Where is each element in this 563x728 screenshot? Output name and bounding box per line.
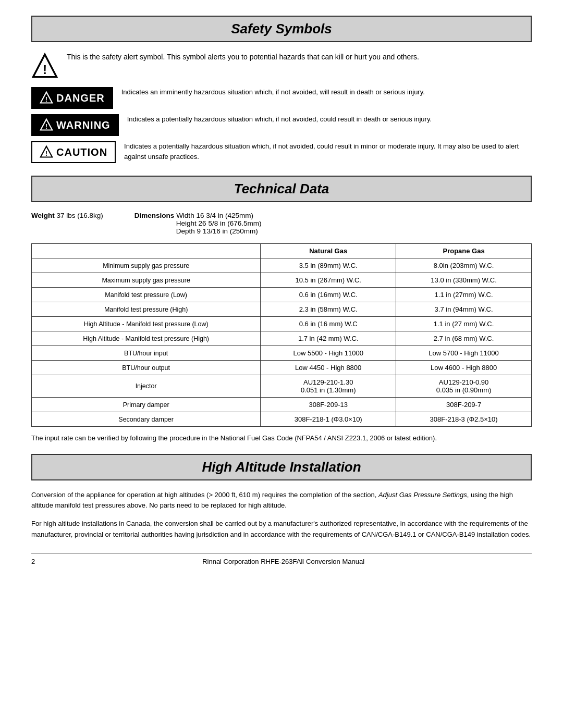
table-cell-propane-gas: 308F-218-3 (Φ2.5×10): [396, 412, 532, 427]
weight-value: 37 lbs (16.8kg): [57, 212, 103, 219]
dim-height-value: 26 5/8 in (676.5mm): [199, 219, 262, 227]
table-cell-label: Secondary damper: [32, 412, 261, 427]
svg-text:!: !: [45, 150, 47, 157]
high-altitude-title: High Altitude Installation: [202, 459, 361, 475]
table-cell-natural-gas: AU129-210-1.300.051 in (1.30mm): [261, 375, 396, 398]
danger-label: DANGER: [56, 92, 105, 104]
warning-triangle-icon: !: [40, 118, 53, 132]
svg-text:!: !: [45, 122, 47, 130]
table-cell-label: Minimum supply gas pressure: [32, 258, 261, 273]
table-cell-propane-gas: 1.1 in (27mm) W.C.: [396, 288, 532, 302]
warning-badge-row: ! WARNING Indicates a potentially hazard…: [31, 114, 532, 136]
safety-alert-text: This is the safety alert symbol. This sy…: [67, 52, 419, 63]
table-cell-natural-gas: Low 5500 - High 11000: [261, 346, 396, 361]
high-altitude-paragraph: Conversion of the appliance for operatio…: [31, 490, 532, 512]
table-cell-label: High Altitude - Manifold test pressure (…: [32, 331, 261, 346]
technical-data-header: Technical Data: [31, 176, 532, 202]
caution-badge-row: ! CAUTION Indicates a potentially hazard…: [31, 141, 532, 163]
table-row: Manifold test pressure (High)2.3 in (58m…: [32, 302, 532, 317]
table-cell-propane-gas: 2.7 in (68 mm) W.C.: [396, 331, 532, 346]
col-label-header: [32, 244, 261, 258]
high-altitude-header: High Altitude Installation: [31, 454, 532, 480]
table-cell-natural-gas: 2.3 in (58mm) W.C.: [261, 302, 396, 317]
technical-data-section: Technical Data Weight 37 lbs (16.8kg) Di…: [31, 176, 532, 443]
table-cell-natural-gas: 0.6 in (16mm) W.C.: [261, 288, 396, 302]
footer-center-text: Rinnai Corporation RHFE-263FAⅡ Conversio…: [202, 558, 364, 565]
table-row: Maximum supply gas pressure10.5 in (267m…: [32, 273, 532, 288]
table-cell-propane-gas: 13.0 in (330mm) W.C.: [396, 273, 532, 288]
danger-badge: ! DANGER: [31, 87, 113, 109]
table-row: Secondary damper308F-218-1 (Φ3.0×10)308F…: [32, 412, 532, 427]
table-cell-natural-gas: 1.7 in (42 mm) W.C.: [261, 331, 396, 346]
table-cell-label: Manifold test pressure (Low): [32, 288, 261, 302]
table-cell-label: High Altitude - Manifold test pressure (…: [32, 317, 261, 331]
table-cell-natural-gas: 3.5 in (89mm) W.C.: [261, 258, 396, 273]
warning-description: Indicates a potentially hazardous situat…: [127, 114, 532, 125]
dimensions-label: Dimensions: [134, 212, 175, 219]
page-number: 2: [31, 558, 35, 565]
dim-width-label: Width: [176, 212, 196, 219]
weight-dimensions-row: Weight 37 lbs (16.8kg) Dimensions Width …: [31, 212, 532, 235]
table-cell-label: Maximum supply gas pressure: [32, 273, 261, 288]
weight-label: Weight: [31, 212, 55, 219]
caution-badge: ! CAUTION: [31, 141, 116, 163]
col-natural-gas-header: Natural Gas: [261, 244, 396, 258]
high-altitude-paragraph: For high altitude installations in Canad…: [31, 519, 532, 540]
caution-triangle-icon: !: [40, 145, 53, 159]
dim-height-label: Height: [176, 219, 199, 227]
table-row: BTU/hour outputLow 4450 - High 8800Low 4…: [32, 361, 532, 375]
table-row: Manifold test pressure (Low)0.6 in (16mm…: [32, 288, 532, 302]
danger-description: Indicates an imminently hazardous situat…: [121, 87, 532, 97]
dim-width-value: 16 3/4 in (425mm): [196, 212, 253, 219]
table-row: BTU/hour inputLow 5500 - High 11000Low 5…: [32, 346, 532, 361]
page-footer: 2 Rinnai Corporation RHFE-263FAⅡ Convers…: [31, 553, 532, 565]
table-cell-label: Manifold test pressure (High): [32, 302, 261, 317]
safety-alert-row: ! This is the safety alert symbol. This …: [31, 52, 532, 80]
technical-data-title: Technical Data: [234, 181, 329, 196]
table-cell-natural-gas: 308F-218-1 (Φ3.0×10): [261, 412, 396, 427]
svg-text:!: !: [45, 95, 47, 103]
table-cell-propane-gas: 1.1 in (27 mm) W.C.: [396, 317, 532, 331]
table-cell-propane-gas: 3.7 in (94mm) W.C.: [396, 302, 532, 317]
table-cell-propane-gas: Low 5700 - High 11000: [396, 346, 532, 361]
dimensions-block: Dimensions Width 16 3/4 in (425mm) Heigh…: [134, 212, 262, 235]
table-cell-propane-gas: 8.0in (203mm) W.C.: [396, 258, 532, 273]
table-cell-label: Injector: [32, 375, 261, 398]
table-cell-natural-gas: 10.5 in (267mm) W.C.: [261, 273, 396, 288]
safety-symbols-title: Safety Symbols: [231, 21, 332, 36]
technical-data-table: Natural Gas Propane Gas Minimum supply g…: [31, 243, 532, 427]
dim-depth-value: 9 13/16 in (250mm): [197, 227, 258, 235]
table-footnote: The input rate can be verified by follow…: [31, 433, 532, 443]
table-row: High Altitude - Manifold test pressure (…: [32, 331, 532, 346]
danger-badge-row: ! DANGER Indicates an imminently hazardo…: [31, 87, 532, 109]
table-cell-label: Primary damper: [32, 398, 261, 412]
high-altitude-paragraphs: Conversion of the appliance for operatio…: [31, 490, 532, 540]
table-cell-natural-gas: Low 4450 - High 8800: [261, 361, 396, 375]
warning-badge: ! WARNING: [31, 114, 119, 136]
table-cell-label: BTU/hour output: [32, 361, 261, 375]
col-propane-gas-header: Propane Gas: [396, 244, 532, 258]
weight-block: Weight 37 lbs (16.8kg): [31, 212, 103, 219]
safety-symbols-header: Safety Symbols: [31, 16, 532, 42]
table-cell-natural-gas: 0.6 in (16 mm) W.C: [261, 317, 396, 331]
table-row: InjectorAU129-210-1.300.051 in (1.30mm)A…: [32, 375, 532, 398]
dim-depth-label: Depth: [176, 227, 197, 235]
danger-triangle-icon: !: [40, 91, 53, 105]
high-altitude-section: High Altitude Installation Conversion of…: [31, 454, 532, 540]
table-row: Minimum supply gas pressure3.5 in (89mm)…: [32, 258, 532, 273]
table-header-row: Natural Gas Propane Gas: [32, 244, 532, 258]
caution-label: CAUTION: [56, 146, 107, 158]
table-cell-propane-gas: 308F-209-7: [396, 398, 532, 412]
svg-text:!: !: [43, 63, 47, 77]
table-cell-propane-gas: AU129-210-0.900.035 in (0.90mm): [396, 375, 532, 398]
safety-symbols-section: Safety Symbols ! This is the safety aler…: [31, 16, 532, 163]
warning-label: WARNING: [56, 119, 111, 131]
table-cell-propane-gas: Low 4600 - High 8800: [396, 361, 532, 375]
table-row: Primary damper308F-209-13308F-209-7: [32, 398, 532, 412]
table-cell-natural-gas: 308F-209-13: [261, 398, 396, 412]
table-cell-label: BTU/hour input: [32, 346, 261, 361]
table-row: High Altitude - Manifold test pressure (…: [32, 317, 532, 331]
alert-triangle-large-icon: !: [31, 53, 58, 80]
caution-description: Indicates a potentially hazardous situat…: [124, 141, 532, 162]
